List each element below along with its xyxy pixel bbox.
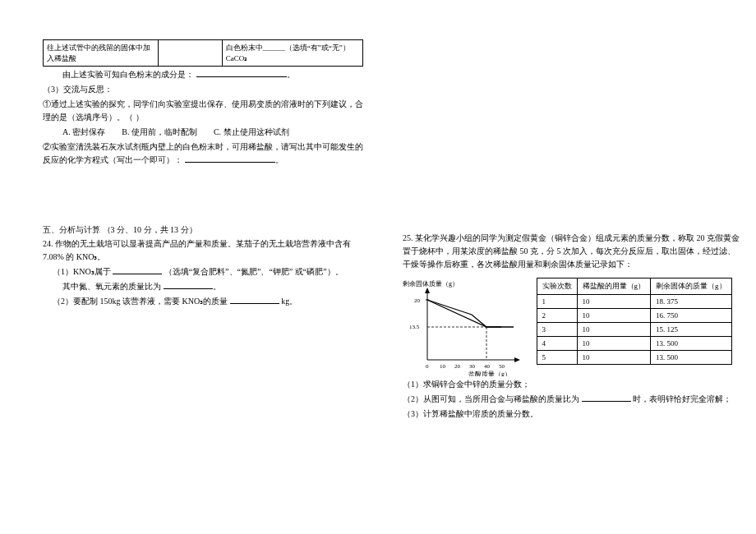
cell: 4	[537, 337, 577, 351]
svg-text:40: 40	[484, 363, 491, 370]
cell: 10	[577, 323, 651, 337]
q25-2-suffix: 时，表明锌恰好完全溶解；	[633, 394, 731, 403]
table-row: 1 10 18. 375	[537, 295, 731, 309]
options-row: A. 密封保存 B. 使用前，临时配制 C. 禁止使用这种试剂	[43, 126, 363, 139]
q25-3: （3）计算稀盐酸中溶质的质量分数。	[403, 407, 740, 421]
y-axis-label: 剩余固体质量（g）	[403, 280, 459, 288]
blank-fill[interactable]	[582, 393, 631, 402]
svg-text:10: 10	[440, 363, 446, 370]
option-c[interactable]: C. 禁止使用这种试剂	[214, 127, 289, 136]
cell: 13. 500	[651, 351, 732, 365]
cell: 10	[577, 337, 651, 351]
q25-2: （2）从图可知，当所用合金与稀盐酸的质量比为 时，表明锌恰好完全溶解；	[403, 393, 740, 406]
cell: 15. 125	[651, 323, 732, 337]
cell: 10	[577, 309, 651, 323]
table-row: 往上述试管中的残留的固体中加入稀盐酸 白色粉末中______（选填“有”或“无”…	[44, 40, 363, 67]
svg-text:30: 30	[469, 363, 476, 370]
cell: 18. 375	[651, 295, 732, 309]
q-suggestion: ①通过上述实验的探究，同学们向实验室提出保存、使用易变质的溶液时的下列建议，合理…	[43, 98, 363, 124]
svg-text:20: 20	[454, 363, 461, 370]
blank-fill[interactable]	[164, 280, 213, 289]
col-exp-num: 实验次数	[537, 279, 577, 295]
blank-fill[interactable]	[196, 68, 287, 77]
right-column: 25. 某化学兴趣小组的同学为测定假黄金（铜锌合金）组成元素的质量分数，称取 2…	[403, 230, 740, 422]
cell: 1	[537, 295, 577, 309]
table-row: 5 10 13. 500	[537, 351, 731, 365]
svg-text:50: 50	[499, 363, 505, 370]
q24-1c: 其中氮、氧元素的质量比为 。	[43, 280, 363, 293]
table-row: 4 10 13. 500	[537, 337, 731, 351]
mass-chart: 剩余固体质量（g） 0 10 20 30 40 50 20 13.5	[403, 278, 526, 376]
q24-1-suffix: （选填“复合肥料”、“氮肥”、“钾肥” 或“磷肥”）。	[164, 267, 343, 276]
table-row: 3 10 15. 125	[537, 323, 731, 337]
chart-and-table-row: 剩余固体质量（g） 0 10 20 30 40 50 20 13.5	[403, 278, 740, 376]
cell: 16. 750	[651, 309, 732, 323]
q24-2: （2）要配制 150kg 该营养液，需要 KNO₃的质量 kg。	[43, 295, 363, 308]
cell-procedure: 往上述试管中的残留的固体中加入稀盐酸	[44, 40, 159, 67]
q24-1-prefix: （1）KNO₃属于	[53, 267, 111, 276]
cell: 13. 500	[651, 337, 732, 351]
x-axis-label: 盐酸质量（g）	[468, 371, 511, 376]
option-a[interactable]: A. 密封保存	[62, 127, 105, 136]
experiment-table: 往上述试管中的残留的固体中加入稀盐酸 白色粉末中______（选填“有”或“无”…	[43, 39, 363, 67]
cell: 5	[537, 351, 577, 365]
svg-text:20: 20	[414, 297, 421, 304]
section5-title: 五、分析与计算 （3 分、10 分，共 13 分）	[43, 224, 363, 236]
q24-1c-label: 其中氮、氧元素的质量比为	[62, 282, 161, 291]
data-table: 实验次数 稀盐酸的用量（g） 剩余固体的质量（g） 1 10 18. 375 2…	[537, 278, 732, 365]
col-solid-mass: 剩余固体的质量（g）	[651, 279, 732, 295]
q-equation: ②实验室清洗装石灰水试剂瓶内壁上的白色粉末时，可用稀盐酸，请写出其中可能发生的反…	[43, 140, 363, 167]
cell: 10	[577, 351, 651, 365]
q24-stem: 24. 作物的无土栽培可以显著提高产品的产量和质量。某茄子的无土栽培营养液中含有…	[43, 237, 363, 264]
blank-fill[interactable]	[230, 295, 279, 304]
section3-title: （3）交流与反思：	[43, 83, 363, 96]
left-column: 往上述试管中的残留的固体中加入稀盐酸 白色粉末中______（选填“有”或“无”…	[43, 39, 363, 310]
cell-result: 白色粉末中______（选填“有”或“无”）CaCO₃	[222, 40, 362, 67]
blank-fill[interactable]	[113, 265, 162, 274]
blank-fill[interactable]	[185, 154, 275, 163]
col-acid-mass: 稀盐酸的用量（g）	[577, 279, 651, 295]
conclusion-line: 由上述实验可知白色粉末的成分是： 。	[43, 68, 363, 81]
option-b[interactable]: B. 使用前，临时配制	[122, 127, 197, 136]
cell: 3	[537, 323, 577, 337]
q25-1: （1）求铜锌合金中锌的质量分数；	[403, 378, 740, 391]
cell-blank	[159, 40, 223, 67]
svg-marker-3	[514, 357, 520, 362]
q24-2-label: （2）要配制 150kg 该营养液，需要 KNO₃的质量	[53, 297, 228, 306]
conclusion-label: 由上述实验可知白色粉末的成分是：	[62, 70, 194, 79]
cell: 2	[537, 309, 577, 323]
svg-text:0: 0	[426, 363, 429, 370]
table-row: 实验次数 稀盐酸的用量（g） 剩余固体的质量（g）	[537, 279, 731, 295]
q25-2-prefix: （2）从图可知，当所用合金与稀盐酸的质量比为	[403, 394, 579, 403]
cell: 10	[577, 295, 651, 309]
table-row: 2 10 16. 750	[537, 309, 731, 323]
svg-marker-1	[425, 288, 430, 293]
svg-text:13.5: 13.5	[409, 324, 420, 330]
q24-1: （1）KNO₃属于 （选填“复合肥料”、“氮肥”、“钾肥” 或“磷肥”）。	[43, 265, 363, 279]
q24-2-unit: kg。	[281, 297, 297, 306]
q25-stem: 25. 某化学兴趣小组的同学为测定假黄金（铜锌合金）组成元素的质量分数，称取 2…	[403, 232, 740, 271]
